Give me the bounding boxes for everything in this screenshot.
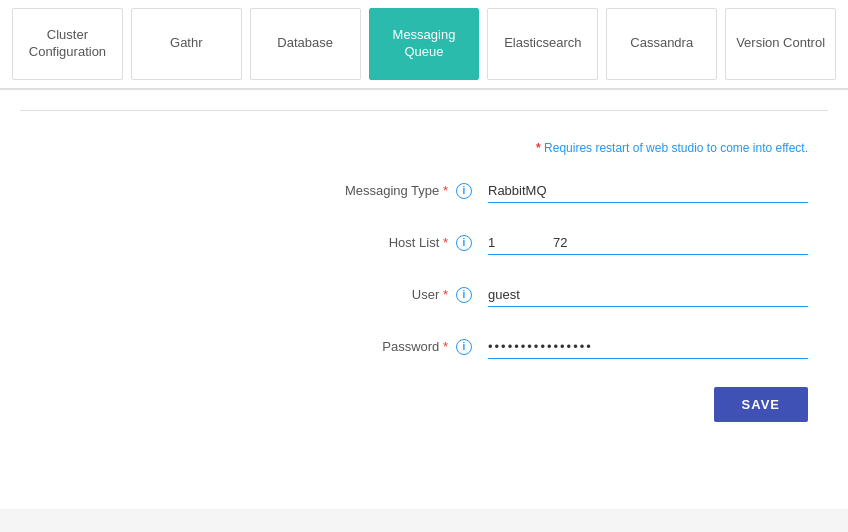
tab-gathr[interactable]: Gathr — [131, 8, 242, 80]
messaging-type-input[interactable] — [488, 179, 808, 203]
save-button[interactable]: SAVE — [714, 387, 808, 422]
section-divider — [20, 110, 828, 111]
restart-notice-text: Requires restart of web studio to come i… — [544, 141, 808, 155]
host-list-row: Host List * i — [0, 231, 808, 255]
user-label: User * — [412, 287, 448, 302]
tab-cluster-config[interactable]: Cluster Configuration — [12, 8, 123, 80]
restart-asterisk: * — [536, 141, 541, 155]
messaging-type-info-icon[interactable]: i — [456, 183, 472, 199]
tab-version-control[interactable]: Version Control — [725, 8, 836, 80]
password-label: Password * — [382, 339, 448, 354]
user-input[interactable] — [488, 283, 808, 307]
password-row: Password * i — [0, 335, 808, 359]
content-area: * Requires restart of web studio to come… — [0, 89, 848, 509]
tab-database[interactable]: Database — [250, 8, 361, 80]
password-input[interactable] — [488, 335, 808, 359]
restart-notice: * Requires restart of web studio to come… — [0, 141, 848, 155]
host-list-info-icon[interactable]: i — [456, 235, 472, 251]
user-row: User * i — [0, 283, 808, 307]
messaging-type-row: Messaging Type * i — [0, 179, 808, 203]
form-area: Messaging Type * i Host List * i User * … — [0, 179, 848, 359]
tab-cassandra[interactable]: Cassandra — [606, 8, 717, 80]
user-info-icon[interactable]: i — [456, 287, 472, 303]
tab-messaging-queue[interactable]: Messaging Queue — [369, 8, 480, 80]
messaging-type-label: Messaging Type * — [345, 183, 448, 198]
save-row: SAVE — [0, 387, 848, 422]
password-info-icon[interactable]: i — [456, 339, 472, 355]
tab-bar: Cluster ConfigurationGathrDatabaseMessag… — [0, 0, 848, 89]
host-list-label: Host List * — [389, 235, 448, 250]
host-list-input[interactable] — [488, 231, 808, 255]
tab-elasticsearch[interactable]: Elasticsearch — [487, 8, 598, 80]
